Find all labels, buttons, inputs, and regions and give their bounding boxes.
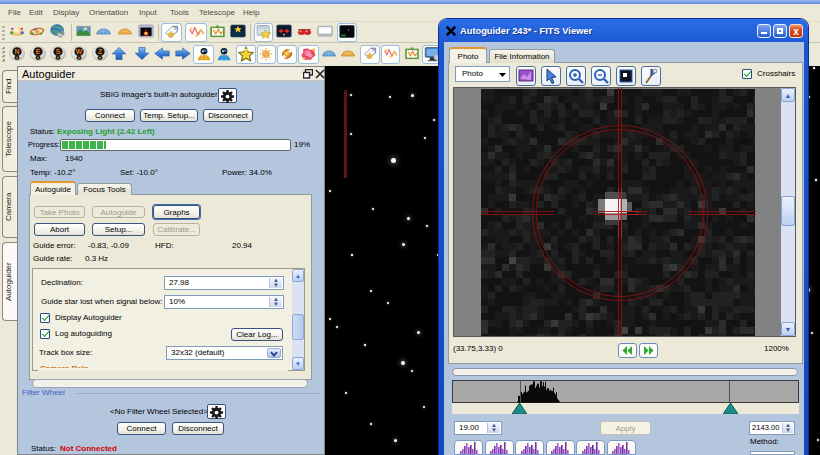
svg-text:N: N bbox=[15, 48, 20, 55]
svg-text:E: E bbox=[36, 48, 41, 55]
svg-text:S: S bbox=[56, 48, 61, 55]
svg-text:W: W bbox=[76, 48, 83, 55]
svg-text:Z: Z bbox=[98, 48, 102, 55]
